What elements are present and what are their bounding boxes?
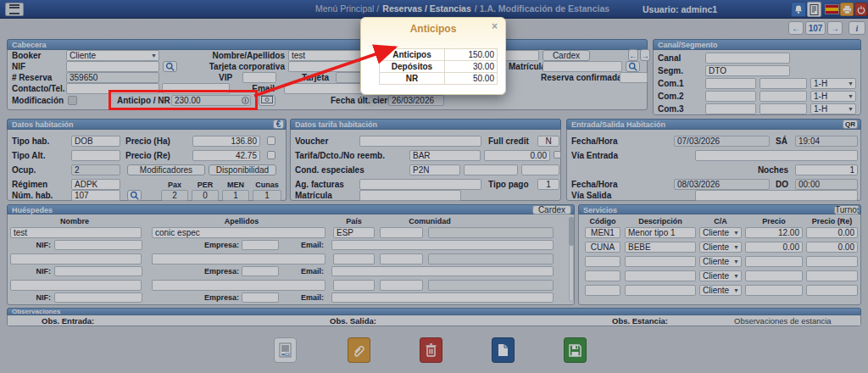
popup-row-value: 50.00 xyxy=(444,72,498,85)
popup-close-button[interactable]: × xyxy=(492,20,498,32)
popup-row-label: Anticipos xyxy=(379,48,445,61)
app-window: Menú Principal / Reservas / Estancias / … xyxy=(0,0,868,373)
popup-row-value: 150.00 xyxy=(444,48,498,61)
annotation-highlight-box xyxy=(108,90,258,110)
popup-row-label: NR xyxy=(379,72,445,85)
popup-row-value: 30.00 xyxy=(444,60,498,73)
popup-row-label: Depósitos xyxy=(379,60,445,73)
popup-title: Anticipos xyxy=(360,23,506,35)
